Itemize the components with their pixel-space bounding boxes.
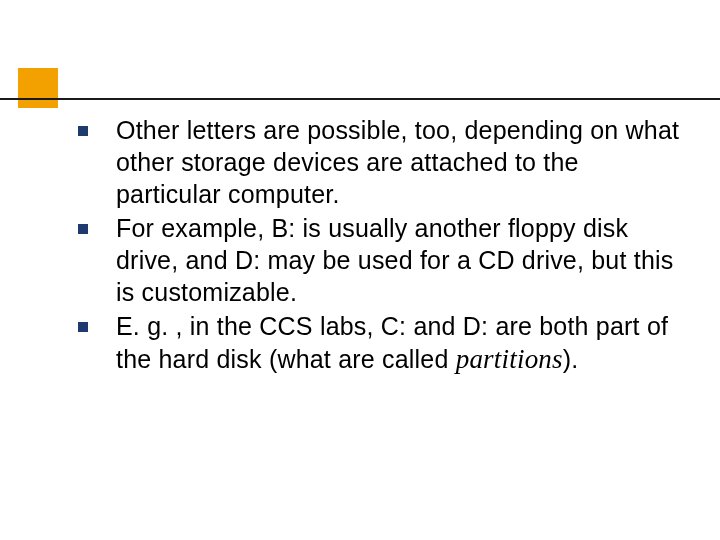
list-item-text: For example, B: is usually another flopp…	[116, 212, 688, 308]
horizontal-rule	[0, 98, 720, 100]
square-bullet-icon	[78, 322, 88, 332]
list-item-text: E. g. , in the CCS labs, C: and D: are b…	[116, 310, 688, 377]
orange-square-icon	[18, 68, 58, 108]
list-item: E. g. , in the CCS labs, C: and D: are b…	[78, 310, 688, 377]
italic-term: partitions	[456, 344, 563, 374]
bullet-list: Other letters are possible, too, dependi…	[78, 114, 688, 379]
list-item: For example, B: is usually another flopp…	[78, 212, 688, 308]
list-item: Other letters are possible, too, dependi…	[78, 114, 688, 210]
list-item-text: Other letters are possible, too, dependi…	[116, 114, 688, 210]
square-bullet-icon	[78, 224, 88, 234]
square-bullet-icon	[78, 126, 88, 136]
